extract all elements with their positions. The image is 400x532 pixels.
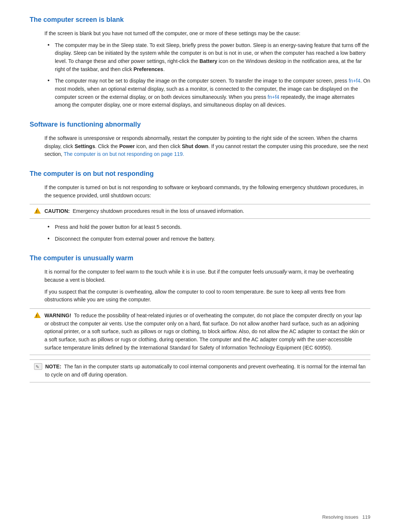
section-software-abnormal: Software is functioning abnormally If th… [30, 120, 370, 158]
note-icon [34, 363, 42, 370]
warning-label: WARNING! [44, 312, 71, 318]
bold-settings: Settings [74, 143, 95, 149]
warning-text: WARNING! To reduce the possibility of he… [44, 312, 366, 352]
italic-unusually: unusually [265, 269, 287, 275]
bullet-list-not-responding: Press and hold the power button for at l… [44, 223, 370, 243]
warning-box: WARNING! To reduce the possibility of he… [30, 308, 370, 355]
bold-power: Power [119, 143, 135, 149]
intro-screen-blank: If the screen is blank but you have not … [44, 30, 370, 38]
section-title-software: Software is functioning abnormally [30, 120, 370, 130]
section-body-not-responding: If the computer is turned on but is not … [30, 184, 370, 200]
warning-triangle-icon [34, 312, 41, 318]
section-title-screen-blank: The computer screen is blank [30, 15, 370, 25]
caution-label: CAUTION: [44, 208, 70, 214]
para-warm-2: If you suspect that the computer is over… [44, 288, 370, 304]
bold-battery: Battery [199, 58, 217, 64]
footer-page: 119 [362, 514, 370, 520]
link-computer-not-responding[interactable]: The computer is on but not responding on… [64, 151, 184, 157]
intro-not-responding: If the computer is turned on but is not … [44, 184, 370, 200]
section-title-not-responding: The computer is on but not responding [30, 169, 370, 179]
bullet-list-screen-blank: The computer may be in the Sleep state. … [44, 41, 370, 110]
section-unusually-warm: The computer is unusually warm It is nor… [30, 253, 370, 382]
bold-preferences: Preferences [133, 66, 163, 72]
page-footer: Resolving issues 119 [322, 513, 370, 521]
para-software: If the software is unresponsive or respo… [44, 134, 370, 158]
caution-triangle-icon [34, 208, 41, 214]
bold-shutdown: Shut down [182, 143, 209, 149]
section-body-not-responding-bullets: Press and hold the power button for at l… [30, 223, 370, 243]
list-item: The computer may be in the Sleep state. … [44, 41, 370, 74]
section-body-software: If the software is unresponsive or respo… [30, 134, 370, 158]
note-label: NOTE: [45, 364, 61, 369]
list-item: Disconnect the computer from external po… [44, 235, 370, 243]
link-fn-f4-2[interactable]: fn+f4 [268, 94, 280, 100]
section-title-warm: The computer is unusually warm [30, 253, 370, 264]
section-not-responding: The computer is on but not responding If… [30, 169, 370, 243]
note-text: NOTE: The fan in the computer starts up … [45, 363, 366, 379]
para-warm-1: It is normal for the computer to feel wa… [44, 268, 370, 284]
list-item: The computer may not be set to display t… [44, 77, 370, 109]
section-body-warm: It is normal for the computer to feel wa… [30, 268, 370, 304]
caution-text: CAUTION: Emergency shutdown procedures r… [44, 207, 244, 215]
footer-left: Resolving issues [322, 514, 359, 520]
note-box: NOTE: The fan in the computer starts up … [30, 359, 370, 382]
caution-box: CAUTION: Emergency shutdown procedures r… [30, 204, 370, 219]
section-body-screen-blank: If the screen is blank but you have not … [30, 30, 370, 109]
list-item: Press and hold the power button for at l… [44, 223, 370, 231]
link-fn-f4-1[interactable]: fn+f4 [349, 78, 360, 84]
section-screen-blank: The computer screen is blank If the scre… [30, 15, 370, 109]
